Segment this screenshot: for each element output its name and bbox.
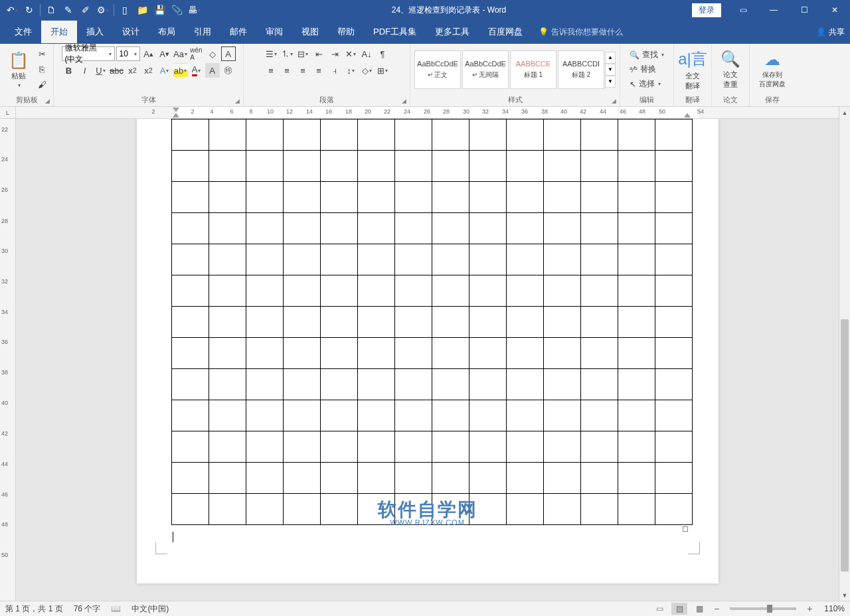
- table-cell[interactable]: [283, 369, 320, 400]
- table-cell[interactable]: [283, 431, 320, 463]
- table-cell[interactable]: [618, 463, 655, 494]
- tell-me-search[interactable]: 💡 告诉我你想要做什么: [539, 27, 623, 38]
- table-cell[interactable]: [469, 119, 506, 151]
- table-cell[interactable]: [320, 494, 357, 525]
- table-cell[interactable]: [394, 338, 432, 369]
- table-cell[interactable]: [506, 431, 543, 463]
- borders-button[interactable]: ⊞▾: [375, 63, 390, 78]
- table-cell[interactable]: [171, 307, 209, 338]
- table-cell[interactable]: [246, 213, 283, 244]
- table-cell[interactable]: [618, 244, 655, 275]
- table-cell[interactable]: [357, 244, 394, 275]
- tab-baidu-netdisk[interactable]: 百度网盘: [479, 21, 532, 43]
- table-resize-handle[interactable]: [683, 526, 688, 532]
- multilevel-list-button[interactable]: ⊟▾: [296, 46, 310, 61]
- table-cell[interactable]: [357, 275, 394, 307]
- table-cell[interactable]: [580, 369, 618, 400]
- tab-pdf-tools[interactable]: PDF工具集: [364, 21, 426, 43]
- styles-expand[interactable]: ▼: [605, 76, 616, 88]
- tab-mailings[interactable]: 邮件: [220, 21, 256, 43]
- table-cell[interactable]: [320, 275, 357, 307]
- table-cell[interactable]: [171, 400, 209, 431]
- table-cell[interactable]: [171, 494, 209, 525]
- table-cell[interactable]: [171, 119, 209, 151]
- table-cell[interactable]: [655, 463, 692, 494]
- table-cell[interactable]: [246, 369, 283, 400]
- table-cell[interactable]: [580, 275, 618, 307]
- table-cell[interactable]: [543, 151, 580, 182]
- table-cell[interactable]: [171, 338, 209, 369]
- distributed-button[interactable]: ⫞: [327, 63, 342, 78]
- tab-more-tools[interactable]: 更多工具: [426, 21, 479, 43]
- document-canvas[interactable]: 软件自学网 WWW.RJZXW.COM: [16, 119, 839, 601]
- table-cell[interactable]: [209, 213, 246, 244]
- table-cell[interactable]: [209, 400, 246, 431]
- align-right-button[interactable]: ≡: [296, 63, 310, 78]
- table-cell[interactable]: [246, 275, 283, 307]
- tab-insert[interactable]: 插入: [77, 21, 113, 43]
- align-center-button[interactable]: ≡: [280, 63, 294, 78]
- table-cell[interactable]: [246, 431, 283, 463]
- qat-save-icon[interactable]: 💾: [151, 2, 167, 18]
- table-cell[interactable]: [543, 275, 580, 307]
- first-line-indent[interactable]: [173, 108, 179, 112]
- table-cell[interactable]: [171, 244, 209, 275]
- table-cell[interactable]: [209, 463, 246, 494]
- table-cell[interactable]: [580, 151, 618, 182]
- table-cell[interactable]: [283, 494, 320, 525]
- scroll-down-button[interactable]: ▼: [839, 589, 850, 601]
- qat-doc-icon[interactable]: ▯: [117, 2, 133, 18]
- style-item-0[interactable]: AaBbCcDdE↵ 正文: [414, 50, 461, 89]
- table-cell[interactable]: [432, 369, 469, 400]
- print-layout-button[interactable]: ▤: [671, 603, 687, 615]
- table-cell[interactable]: [655, 431, 692, 463]
- table-cell[interactable]: [320, 213, 357, 244]
- table-cell[interactable]: [209, 244, 246, 275]
- table-cell[interactable]: [618, 369, 655, 400]
- qat-open-icon[interactable]: 📁: [134, 2, 150, 18]
- table-cell[interactable]: [320, 431, 357, 463]
- subscript-button[interactable]: x2: [126, 63, 140, 78]
- table-cell[interactable]: [171, 151, 209, 182]
- bold-button[interactable]: B: [62, 63, 76, 78]
- table-cell[interactable]: [543, 182, 580, 213]
- table-cell[interactable]: [580, 431, 618, 463]
- decrease-indent-button[interactable]: ⇤: [311, 46, 326, 61]
- close-button[interactable]: ✕: [819, 0, 850, 20]
- table-cell[interactable]: [209, 369, 246, 400]
- clear-formatting-button[interactable]: ◇: [205, 46, 220, 61]
- table-cell[interactable]: [506, 369, 543, 400]
- word-count-status[interactable]: 76 个字: [74, 603, 101, 615]
- superscript-button[interactable]: x2: [141, 63, 156, 78]
- table-cell[interactable]: [543, 119, 580, 151]
- right-indent[interactable]: [684, 113, 691, 117]
- phonetic-guide-button[interactable]: wénA: [189, 46, 204, 61]
- table-cell[interactable]: [655, 400, 692, 431]
- table-cell[interactable]: [320, 151, 357, 182]
- font-size-combo[interactable]: 10▾: [116, 46, 140, 61]
- table-cell[interactable]: [246, 463, 283, 494]
- table-cell[interactable]: [283, 151, 320, 182]
- table-cell[interactable]: [543, 400, 580, 431]
- table-cell[interactable]: [580, 213, 618, 244]
- tab-help[interactable]: 帮助: [328, 21, 364, 43]
- style-item-3[interactable]: AABBCCDI标题 2: [558, 50, 604, 89]
- table-cell[interactable]: [432, 307, 469, 338]
- table-cell[interactable]: [432, 463, 469, 494]
- table-cell[interactable]: [357, 307, 394, 338]
- table-cell[interactable]: [655, 151, 692, 182]
- table-cell[interactable]: [618, 119, 655, 151]
- table-cell[interactable]: [618, 275, 655, 307]
- table-cell[interactable]: [394, 369, 432, 400]
- proofing-icon[interactable]: 📖: [111, 604, 121, 613]
- tab-file[interactable]: 文件: [5, 21, 41, 43]
- zoom-slider[interactable]: [730, 607, 796, 610]
- font-launcher[interactable]: ◢: [232, 96, 242, 106]
- save-baidu-button[interactable]: ☁ 保存到 百度网盘: [754, 47, 791, 92]
- table-cell[interactable]: [655, 275, 692, 307]
- login-button[interactable]: 登录: [692, 3, 721, 17]
- paste-button[interactable]: 📋 粘贴 ▾: [4, 47, 33, 92]
- table-cell[interactable]: [209, 119, 246, 151]
- language-status[interactable]: 中文(中国): [131, 603, 169, 615]
- hanging-indent[interactable]: [173, 113, 179, 117]
